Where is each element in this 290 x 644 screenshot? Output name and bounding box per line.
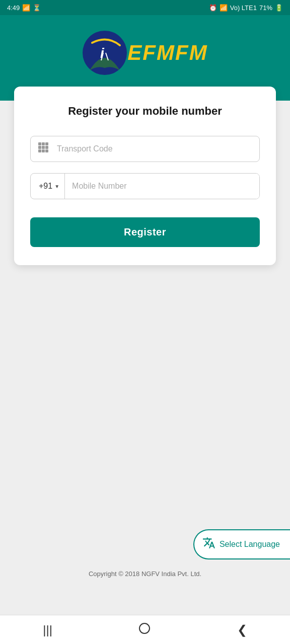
svg-rect-4 xyxy=(45,142,48,145)
grid-icon xyxy=(37,141,49,156)
translate-icon xyxy=(202,536,215,552)
svg-rect-6 xyxy=(42,146,45,149)
alarm-icon: ⏰ xyxy=(209,4,217,12)
svg-rect-10 xyxy=(45,149,48,152)
transport-code-group xyxy=(30,136,260,162)
svg-text:i: i xyxy=(100,45,105,61)
register-button[interactable]: Register xyxy=(30,217,260,247)
main-content: Register your mobile number xyxy=(0,101,290,615)
svg-rect-7 xyxy=(45,146,48,149)
select-language-container: Select Language xyxy=(193,529,290,559)
back-button[interactable]: ❮ xyxy=(227,618,257,642)
logo-text: EFMFM xyxy=(127,41,207,65)
home-icon xyxy=(138,622,151,638)
svg-rect-11 xyxy=(139,623,150,633)
home-button[interactable] xyxy=(128,617,161,643)
copyright: Copyright © 2018 NGFV India Pvt. Ltd. xyxy=(0,562,290,586)
wifi-icon: 📶 xyxy=(220,4,228,12)
select-language-label: Select Language xyxy=(220,540,280,549)
svg-rect-9 xyxy=(42,149,45,152)
recent-apps-icon: ||| xyxy=(43,623,52,637)
country-code-value: +91 xyxy=(39,182,52,191)
sync-icon: ⏳ xyxy=(33,4,41,12)
transport-code-input[interactable] xyxy=(30,136,260,162)
mobile-number-input[interactable] xyxy=(65,174,259,199)
svg-point-0 xyxy=(83,31,127,75)
dropdown-arrow-icon: ▼ xyxy=(54,184,59,189)
logo-container: i EFMFM xyxy=(82,30,207,75)
card-title: Register your mobile number xyxy=(30,105,260,118)
svg-rect-8 xyxy=(38,149,41,152)
svg-rect-2 xyxy=(38,142,41,145)
select-language-button[interactable]: Select Language xyxy=(193,529,290,559)
registration-card: Register your mobile number xyxy=(14,87,276,265)
copyright-text: Copyright © 2018 NGFV India Pvt. Ltd. xyxy=(89,570,201,578)
status-right: ⏰ 📶 Vo) LTE1 71% 🔋 xyxy=(209,4,283,12)
country-code-selector[interactable]: +91 ▼ xyxy=(31,174,65,199)
logo-icon: i xyxy=(82,30,127,75)
battery-icon: 🔋 xyxy=(275,4,283,12)
status-time: 4:49 xyxy=(7,4,20,12)
svg-rect-3 xyxy=(42,142,45,145)
status-bar: 4:49 📶 ⏳ ⏰ 📶 Vo) LTE1 71% 🔋 xyxy=(0,0,290,15)
phone-input-wrapper: +91 ▼ xyxy=(30,173,260,199)
recent-apps-button[interactable]: ||| xyxy=(33,618,62,642)
signal-text: Vo) LTE1 xyxy=(230,4,257,12)
nav-bar: ||| ❮ xyxy=(0,615,290,644)
sim-icon: 📶 xyxy=(22,4,30,12)
back-icon: ❮ xyxy=(237,623,247,637)
battery-text: 71% xyxy=(259,4,272,12)
mobile-number-group: +91 ▼ xyxy=(30,173,260,199)
svg-rect-5 xyxy=(38,146,41,149)
transport-code-wrapper xyxy=(30,136,260,162)
status-left: 4:49 📶 ⏳ xyxy=(7,4,41,12)
